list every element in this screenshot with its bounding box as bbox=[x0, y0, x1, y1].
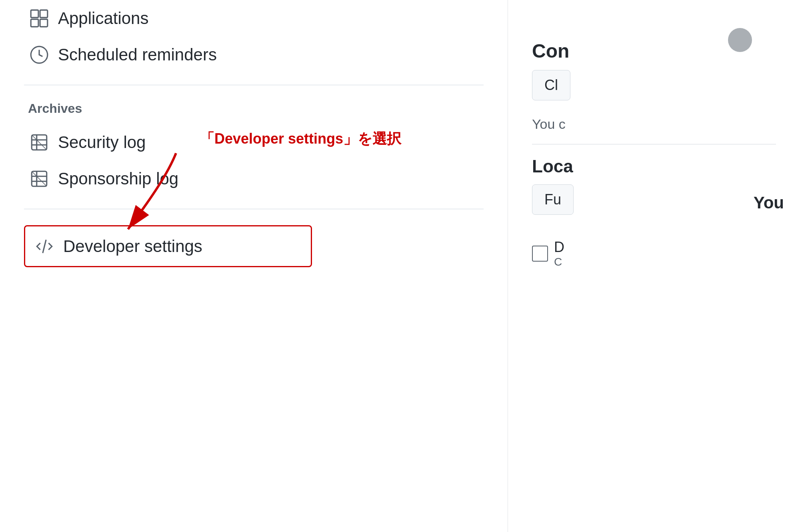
svg-line-9 bbox=[32, 135, 47, 150]
annotation-arrow bbox=[104, 149, 184, 245]
right-panel: Con Cl You c Loca Fu D C bbox=[508, 0, 800, 532]
local-title: Loca bbox=[532, 156, 776, 176]
connection-button[interactable]: Cl bbox=[532, 70, 570, 100]
top-circle-decoration bbox=[728, 28, 752, 52]
security-log-icon bbox=[28, 131, 50, 153]
you-c-text: You c bbox=[532, 116, 776, 132]
svg-line-14 bbox=[32, 171, 47, 186]
svg-line-15 bbox=[42, 240, 46, 253]
sidebar-item-sponsorship-log[interactable]: Sponsorship log bbox=[24, 160, 484, 197]
sidebar-item-scheduled-reminders[interactable]: Scheduled reminders bbox=[24, 36, 484, 73]
right-divider bbox=[532, 144, 776, 144]
archives-section-label: Archives bbox=[24, 97, 484, 124]
checkbox-label: D bbox=[554, 239, 564, 256]
divider-2 bbox=[24, 209, 484, 209]
svg-rect-2 bbox=[31, 19, 38, 27]
sponsorship-log-icon bbox=[28, 168, 50, 190]
svg-rect-1 bbox=[40, 10, 48, 18]
code-icon bbox=[33, 235, 55, 257]
applications-label: Applications bbox=[58, 9, 148, 28]
left-sidebar: Applications Scheduled reminders Archive… bbox=[0, 0, 508, 532]
local-button[interactable]: Fu bbox=[532, 184, 574, 215]
divider-1 bbox=[24, 85, 484, 85]
you-badge: You bbox=[738, 185, 800, 220]
svg-rect-0 bbox=[31, 10, 38, 18]
scheduled-reminders-label: Scheduled reminders bbox=[58, 45, 217, 64]
clock-icon bbox=[28, 44, 50, 66]
svg-rect-3 bbox=[40, 19, 48, 27]
checkbox-sub-label: C bbox=[554, 256, 564, 268]
apps-icon bbox=[28, 7, 50, 29]
sidebar-item-applications[interactable]: Applications bbox=[24, 0, 484, 36]
checkbox-input[interactable] bbox=[532, 246, 548, 262]
annotation-text: 「Developer settings」を選択 bbox=[200, 129, 401, 149]
developer-settings-wrapper: Developer settings 「Developer settings」を… bbox=[24, 221, 484, 267]
checkbox-row: D C bbox=[532, 239, 776, 268]
